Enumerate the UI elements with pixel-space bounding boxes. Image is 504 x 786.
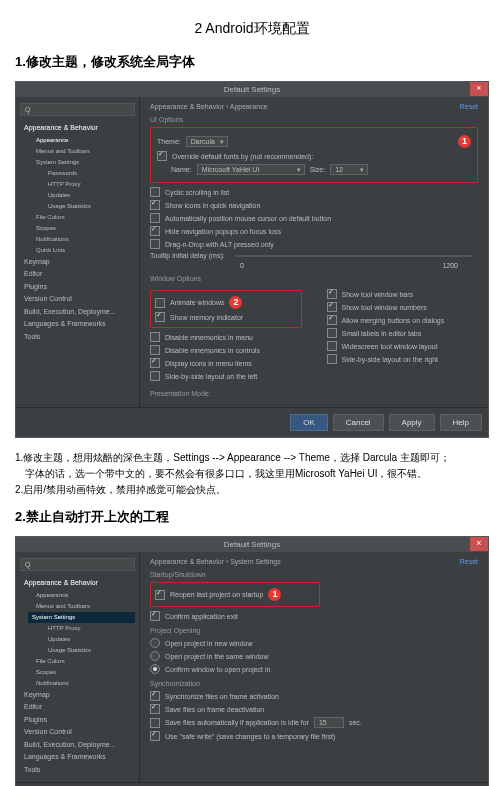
reopen-checkbox[interactable] bbox=[155, 590, 165, 600]
sidebar-item[interactable]: Menus and Toolbars bbox=[32, 601, 135, 612]
breadcrumb: Appearance & Behavior › AppearanceReset bbox=[150, 103, 478, 110]
settings-dialog-system: Default Settings× Q Appearance & Behavio… bbox=[15, 536, 489, 786]
chk[interactable] bbox=[150, 718, 160, 728]
chk[interactable] bbox=[327, 341, 337, 351]
group-label: Window Options bbox=[150, 275, 478, 282]
show-icons-checkbox[interactable] bbox=[150, 200, 160, 210]
sidebar-item[interactable]: Build, Execution, Deployme... bbox=[20, 306, 135, 319]
sidebar-item[interactable]: Tools bbox=[20, 331, 135, 344]
sidebar-item[interactable]: Appearance bbox=[32, 590, 135, 601]
sidebar-item[interactable]: Scopes bbox=[32, 223, 135, 234]
breadcrumb: Appearance & Behavior › System SettingsR… bbox=[150, 558, 478, 565]
sidebar-item[interactable]: Plugins bbox=[20, 281, 135, 294]
dialog-title: Default Settings× bbox=[16, 537, 488, 552]
sidebar-item[interactable]: Build, Execution, Deployme... bbox=[20, 739, 135, 752]
sidebar-item[interactable]: Notifications bbox=[32, 678, 135, 689]
badge-1: 1 bbox=[458, 135, 471, 148]
sidebar-item[interactable]: Languages & Frameworks bbox=[20, 751, 135, 764]
chk[interactable] bbox=[150, 371, 160, 381]
chk[interactable] bbox=[327, 328, 337, 338]
chk[interactable] bbox=[327, 302, 337, 312]
chk[interactable] bbox=[150, 332, 160, 342]
sidebar-item[interactable]: Menus and Toolbars bbox=[32, 146, 135, 157]
close-icon[interactable]: × bbox=[470, 537, 488, 551]
sidebar-item[interactable]: Usage Statistics bbox=[44, 201, 135, 212]
idle-input[interactable]: 15 bbox=[314, 717, 344, 728]
chk[interactable] bbox=[150, 691, 160, 701]
open-same-radio[interactable] bbox=[150, 651, 160, 661]
section1-note: 1.修改主题，想用炫酷的深色主题，Settings --> Appearance… bbox=[15, 450, 489, 498]
reset-link[interactable]: Reset bbox=[460, 103, 478, 110]
sidebar-item[interactable]: Notifications bbox=[32, 234, 135, 245]
group-label: UI Options bbox=[150, 116, 478, 123]
sidebar-item[interactable]: System Settings bbox=[32, 157, 135, 168]
highlight-theme-font: Theme:Darcula1 Override default fonts by… bbox=[150, 127, 478, 183]
badge-1: 1 bbox=[268, 588, 281, 601]
section1-heading: 1.修改主题，修改系统全局字体 bbox=[15, 53, 489, 71]
dialog-title: Default Settings× bbox=[16, 82, 488, 97]
chk[interactable] bbox=[327, 315, 337, 325]
chk[interactable] bbox=[150, 731, 160, 741]
sidebar-item[interactable]: Keymap bbox=[20, 689, 135, 702]
sidebar-item[interactable]: File Colors bbox=[32, 212, 135, 223]
section2-heading: 2.禁止自动打开上次的工程 bbox=[15, 508, 489, 526]
sidebar-item[interactable]: Editor bbox=[20, 701, 135, 714]
sidebar-item-system-settings[interactable]: System Settings bbox=[28, 612, 135, 623]
close-icon[interactable]: × bbox=[470, 82, 488, 96]
apply-button[interactable]: Apply bbox=[389, 414, 435, 431]
sidebar-item[interactable]: Tools bbox=[20, 764, 135, 777]
chk[interactable] bbox=[327, 289, 337, 299]
chk[interactable] bbox=[150, 345, 160, 355]
cancel-button[interactable]: Cancel bbox=[333, 414, 384, 431]
sidebar-item[interactable]: Usage Statistics bbox=[44, 645, 135, 656]
sidebar-item[interactable]: Editor bbox=[20, 268, 135, 281]
sidebar-item[interactable]: Version Control bbox=[20, 726, 135, 739]
page-title: 2 Android环境配置 bbox=[15, 20, 489, 38]
sidebar-item[interactable]: Updates bbox=[44, 190, 135, 201]
font-size-select[interactable]: 12 bbox=[330, 164, 368, 175]
memory-checkbox[interactable] bbox=[155, 312, 165, 322]
sidebar-item[interactable]: Languages & Frameworks bbox=[20, 318, 135, 331]
sidebar-item-appearance-behavior[interactable]: Appearance & Behavior bbox=[20, 122, 135, 135]
sidebar-item[interactable]: HTTP Proxy bbox=[44, 179, 135, 190]
hide-nav-checkbox[interactable] bbox=[150, 226, 160, 236]
badge-2: 2 bbox=[229, 296, 242, 309]
open-new-radio[interactable] bbox=[150, 638, 160, 648]
sidebar-item[interactable]: Quick Lists bbox=[32, 245, 135, 256]
sidebar-item[interactable]: Scopes bbox=[32, 667, 135, 678]
sidebar-item[interactable]: Version Control bbox=[20, 293, 135, 306]
chk[interactable] bbox=[150, 704, 160, 714]
sidebar-item-appearance[interactable]: Appearance bbox=[32, 135, 135, 146]
auto-pos-checkbox[interactable] bbox=[150, 213, 160, 223]
theme-select[interactable]: Darcula bbox=[186, 136, 228, 147]
sidebar-item[interactable]: Passwords bbox=[44, 168, 135, 179]
sidebar-item[interactable]: HTTP Proxy bbox=[44, 623, 135, 634]
search-input[interactable]: Q bbox=[20, 103, 135, 116]
font-name-select[interactable]: Microsoft YaHei UI bbox=[197, 164, 305, 175]
search-input[interactable]: Q bbox=[20, 558, 135, 571]
override-fonts-checkbox[interactable] bbox=[157, 151, 167, 161]
reset-link[interactable]: Reset bbox=[460, 558, 478, 565]
confirm-exit-checkbox[interactable] bbox=[150, 611, 160, 621]
sidebar-item[interactable]: Plugins bbox=[20, 714, 135, 727]
ok-button[interactable]: OK bbox=[290, 414, 328, 431]
chk[interactable] bbox=[150, 358, 160, 368]
sidebar-item[interactable]: File Colors bbox=[32, 656, 135, 667]
tooltip-slider[interactable] bbox=[235, 255, 473, 257]
dnd-alt-checkbox[interactable] bbox=[150, 239, 160, 249]
help-button[interactable]: Help bbox=[440, 414, 482, 431]
sidebar-item[interactable]: Keymap bbox=[20, 256, 135, 269]
sidebar-item[interactable]: Appearance & Behavior bbox=[20, 577, 135, 590]
chk[interactable] bbox=[327, 354, 337, 364]
sidebar-item[interactable]: Updates bbox=[44, 634, 135, 645]
cyclic-checkbox[interactable] bbox=[150, 187, 160, 197]
theme-label: Theme: bbox=[157, 138, 181, 145]
settings-sidebar: Q Appearance & Behavior Appearance Menus… bbox=[16, 97, 140, 407]
animate-checkbox[interactable] bbox=[155, 298, 165, 308]
settings-dialog-appearance: Default Settings× Q Appearance & Behavio… bbox=[15, 81, 489, 438]
open-confirm-radio[interactable] bbox=[150, 664, 160, 674]
